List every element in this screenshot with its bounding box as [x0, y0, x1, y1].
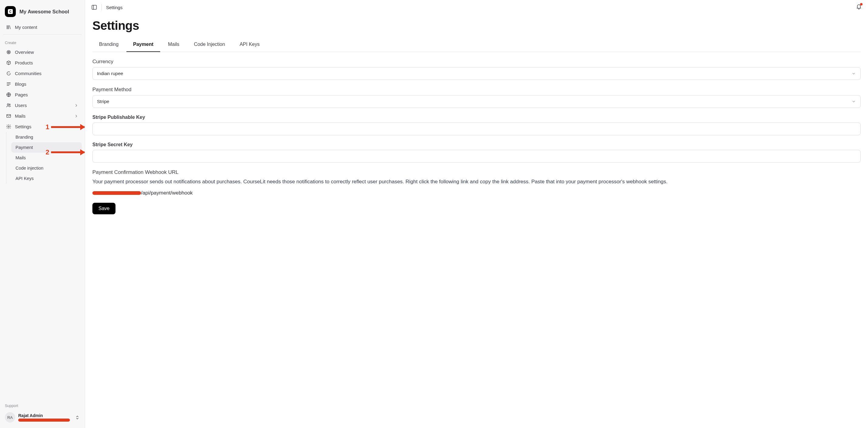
sidebar-item-label: Settings — [15, 124, 31, 129]
select-value: Indian rupee — [97, 71, 123, 76]
webhook-host-redacted — [92, 191, 141, 195]
sidebar-item-settings[interactable]: Settings — [3, 121, 82, 132]
field-label: Currency — [92, 59, 861, 65]
svg-point-5 — [9, 104, 10, 105]
sidebar-item-pages[interactable]: Pages — [3, 89, 82, 100]
field-currency: Currency Indian rupee — [92, 59, 861, 80]
sidebar-item-overview[interactable]: Overview — [3, 47, 82, 57]
user-email-redacted — [18, 419, 70, 422]
lines-icon — [6, 82, 11, 87]
user-name: Rajat Admin — [18, 413, 70, 418]
field-secret-key: Stripe Secret Key — [92, 142, 861, 163]
field-payment-method: Payment Method Stripe — [92, 87, 861, 108]
sidebar-subitem-payment[interactable]: Payment — [11, 142, 82, 153]
select-value: Stripe — [97, 99, 110, 104]
sidebar-item-label: Mails — [15, 113, 26, 119]
sidebar-item-label: Communities — [15, 71, 42, 76]
sidebar-subitem-label: Payment — [16, 145, 33, 150]
svg-point-0 — [7, 51, 10, 54]
sidebar-item-label: Blogs — [15, 82, 26, 87]
sidebar-section-create: Create — [3, 36, 82, 47]
user-menu[interactable]: RA Rajat Admin — [3, 410, 82, 425]
field-label: Payment Confirmation Webhook URL — [92, 169, 861, 175]
notifications-button[interactable] — [856, 4, 862, 11]
content: Settings Branding Payment Mails Code Inj… — [85, 12, 868, 226]
svg-point-1 — [8, 51, 10, 53]
sidebar-item-blogs[interactable]: Blogs — [3, 79, 82, 89]
sidebar-item-my-content[interactable]: My content — [3, 22, 82, 33]
topbar: Settings — [85, 0, 868, 12]
sidebar-item-label: Products — [15, 60, 33, 65]
svg-point-7 — [8, 126, 9, 127]
field-label: Stripe Secret Key — [92, 142, 861, 147]
sidebar-divider — [3, 34, 82, 35]
webhook-help-text: Your payment processor sends out notific… — [92, 178, 861, 186]
sidebar-subitem-code-injection[interactable]: Code injection — [11, 163, 82, 173]
svg-rect-8 — [92, 5, 97, 9]
breadcrumb[interactable]: Settings — [106, 5, 122, 10]
panel-toggle-icon[interactable] — [91, 4, 97, 10]
tab-api-keys[interactable]: API Keys — [233, 38, 266, 52]
sidebar-item-label: Overview — [15, 50, 34, 55]
svg-point-4 — [7, 104, 9, 105]
save-button[interactable]: Save — [92, 203, 116, 214]
sidebar-subitem-label: API Keys — [16, 176, 34, 181]
mail-icon — [6, 113, 11, 119]
chevron-down-icon — [851, 99, 856, 104]
sidebar-item-label: Pages — [15, 92, 28, 97]
sidebar-item-users[interactable]: Users — [3, 100, 82, 111]
sidebar-item-communities[interactable]: Communities — [3, 68, 82, 79]
library-icon — [6, 25, 11, 30]
target-icon — [6, 50, 11, 55]
sidebar-item-products[interactable]: Products — [3, 57, 82, 68]
user-meta: Rajat Admin — [18, 413, 70, 422]
main: Settings Settings Branding Payment Mails… — [85, 0, 868, 428]
sidebar-subitem-branding[interactable]: Branding — [11, 132, 82, 142]
chevron-right-icon — [73, 103, 79, 108]
sidebar-item-label: My content — [15, 25, 37, 30]
sidebar-subitem-label: Mails — [16, 155, 26, 160]
chevron-right-icon — [73, 113, 79, 119]
sidebar-item-label: Users — [15, 103, 27, 108]
page-title: Settings — [92, 19, 861, 33]
users-icon — [6, 103, 11, 108]
sidebar-item-mails[interactable]: Mails — [3, 111, 82, 121]
chevrons-up-down-icon — [75, 415, 80, 420]
sidebar-subitem-label: Code injection — [16, 166, 43, 171]
field-publishable-key: Stripe Publishable Key — [92, 115, 861, 135]
box-icon — [6, 60, 11, 65]
currency-select[interactable]: Indian rupee — [92, 67, 861, 80]
field-webhook: Payment Confirmation Webhook URL Your pa… — [92, 169, 861, 196]
tabs: Branding Payment Mails Code Injection AP… — [92, 38, 861, 52]
globe-icon — [6, 92, 11, 97]
avatar: RA — [5, 412, 15, 423]
notification-dot — [860, 3, 863, 5]
tab-mails[interactable]: Mails — [161, 38, 186, 52]
gear-icon — [6, 124, 11, 129]
chat-icon — [6, 71, 11, 76]
brand-logo: C — [5, 6, 16, 17]
sidebar-subitem-api-keys[interactable]: API Keys — [11, 173, 82, 184]
payment-method-select[interactable]: Stripe — [92, 95, 861, 108]
chevron-down-icon — [73, 124, 79, 129]
sidebar: C My Awesome School My content Create Ov… — [0, 0, 85, 428]
sidebar-subitem-label: Branding — [16, 135, 33, 140]
topbar-separator — [101, 4, 102, 10]
tab-branding[interactable]: Branding — [92, 38, 125, 52]
secret-key-input[interactable] — [92, 150, 861, 163]
brand-name: My Awesome School — [20, 9, 69, 14]
tab-payment[interactable]: Payment — [126, 38, 160, 52]
tab-code-injection[interactable]: Code Injection — [187, 38, 231, 52]
brand-logo-glyph: C — [8, 9, 13, 14]
webhook-url-line[interactable]: /api/payment/webhook — [92, 190, 861, 196]
field-label: Payment Method — [92, 87, 861, 93]
sidebar-settings-subgroup: Branding Payment Mails Code injection AP… — [6, 132, 82, 184]
field-label: Stripe Publishable Key — [92, 115, 861, 120]
sidebar-subitem-mails[interactable]: Mails — [11, 153, 82, 163]
sidebar-section-support[interactable]: Support — [3, 399, 82, 410]
svg-point-2 — [8, 52, 9, 52]
chevron-down-icon — [851, 71, 856, 76]
webhook-path: /api/payment/webhook — [141, 190, 193, 196]
brand-row[interactable]: C My Awesome School — [3, 4, 82, 22]
publishable-key-input[interactable] — [92, 123, 861, 135]
